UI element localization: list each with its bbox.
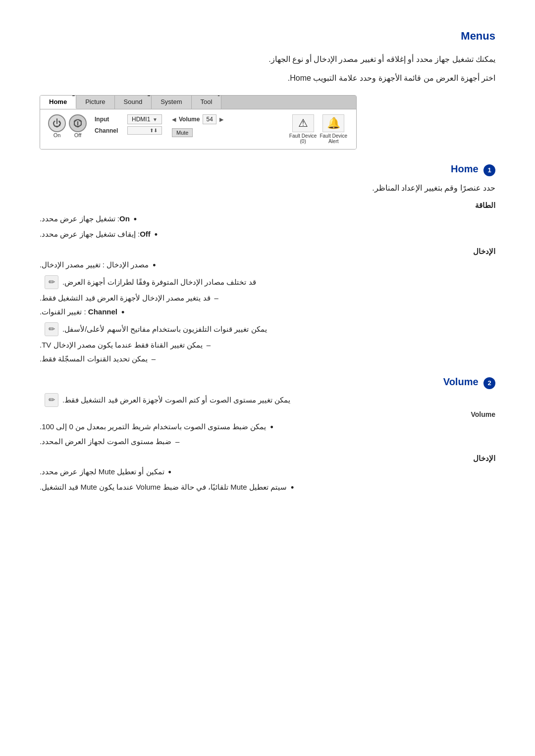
fault-device-0-box: ⚠ Fault Device(0): [289, 114, 317, 144]
off-bullet: Off: إيقاف تشغيل جهاز عرض محدد.: [40, 227, 481, 243]
tab-num-sound: 2: [148, 95, 151, 97]
on-desc-text: On: تشغيل جهاز عرض محدد.: [40, 212, 130, 226]
mute-row: Mute: [172, 128, 223, 137]
on-label: On: [54, 132, 61, 138]
channel-arrow: ⬆⬇: [150, 128, 158, 133]
input-value-text: HDMI1: [132, 116, 150, 123]
mute-bullet-2-text: سيتم تعطيل Mute تلقائيًا، في حالة ضبط Vo…: [40, 480, 287, 495]
off-label: Off: [74, 132, 81, 138]
channel-note1-text: يمكن تغيير قنوات التلفزيون باستخدام مفات…: [62, 325, 267, 334]
mute-button[interactable]: Mute: [172, 128, 193, 137]
fault-device-alert-box: 🔔 Fault DeviceAlert: [320, 114, 347, 144]
volume-num: 54: [203, 114, 216, 124]
channel-row: Channel ⬆⬇: [95, 126, 162, 135]
tab-system[interactable]: System: [152, 96, 191, 109]
intro-line2: اختر أجهزة العرض من قائمة الأجهزة وحدد ع…: [40, 70, 495, 86]
channel-value[interactable]: ⬆⬇: [127, 126, 162, 135]
input-channel-col: Input HDMI1 ▼ Channel ⬆⬇: [95, 112, 162, 137]
channel-sub-text-1: يمكن تغيير القناة فقط عندما يكون مصدر ال…: [40, 338, 203, 353]
home-title: Home: [451, 163, 479, 175]
input-row: Input HDMI1 ▼: [95, 114, 162, 124]
tab-sound[interactable]: Sound 2: [115, 96, 152, 109]
fault-icons-col: ⚠ Fault Device(0) 🔔 Fault DeviceAlert: [285, 112, 351, 146]
volume-note-row: يمكن تغيير مستوى الصوت أو كتم الصوت لأجه…: [40, 393, 495, 407]
fault-device-alert-label: Fault DeviceAlert: [320, 133, 347, 144]
volume-col: ◀ Volume 54 ▶ Mute: [172, 112, 223, 139]
tab-num-tool: 3: [217, 95, 220, 97]
tab-tool[interactable]: Tool 3: [192, 96, 222, 109]
on-bullet: On: تشغيل جهاز عرض محدد.: [40, 212, 481, 227]
power-on-button[interactable]: ⏻: [48, 114, 66, 132]
page-title: Menus: [40, 30, 495, 43]
volume-sub-text: ضبط مستوى الصوت لجهاز العرض المحدد.: [40, 435, 171, 449]
input-source-text: مصدر الإدخال : تغيير مصدر الإدخال.: [40, 258, 149, 272]
volume-section-header: Volume 2: [40, 376, 495, 389]
tab-home[interactable]: Home 1: [40, 96, 76, 109]
fault-device-alert-icon: 🔔: [322, 114, 344, 132]
channel-label: Channel: [95, 127, 124, 134]
input-value[interactable]: HDMI1 ▼: [127, 114, 162, 124]
tab-picture[interactable]: Picture: [76, 96, 114, 109]
channel-bullet-text: Channel : تغيير القنوات.: [40, 305, 117, 319]
volume-label: Volume: [179, 116, 200, 123]
volume-bullet-1: يمكن ضبط مستوى الصوت باستخدام شريط التمر…: [40, 420, 481, 435]
volume-input-title: الإدخال: [40, 454, 495, 463]
menu-body: ⏻ On ⏼ Off Input HDMI1 ▼ Channel: [40, 109, 356, 149]
volume-word-row: Volume: [40, 410, 495, 419]
menu-tabs: Home 1 Picture Sound 2 System Tool 3: [40, 96, 356, 109]
volume-bullet-1-text: يمكن ضبط مستوى الصوت باستخدام شريط التمر…: [40, 420, 266, 434]
channel-sub-text-2: يمكن تحديد القنوات المسجّلة فقط.: [40, 352, 148, 366]
mute-bullet-2: سيتم تعطيل Mute تلقائيًا، في حالة ضبط Vo…: [40, 480, 481, 496]
device-icons-col: ⏻ On ⏼ Off: [45, 112, 90, 140]
note-row-2: يمكن تغيير قنوات التلفزيون باستخدام مفات…: [40, 322, 495, 336]
input-title: الإدخال: [40, 247, 495, 256]
power-off-button[interactable]: ⏼: [69, 114, 87, 132]
input-sub-text: قد يتغير مصدر الإدخال لأجهزة العرض قيد ا…: [40, 291, 211, 305]
tab-num-1: 1: [72, 95, 75, 97]
pencil-icon-1: ✏: [45, 275, 58, 289]
mute-bullet-1: تمكين أو تعطيل Mute لجهاز عرض محدد.: [40, 465, 481, 480]
intro-line1: يمكنك تشغيل جهاز محدد أو إغلاقه أو تغيير…: [40, 51, 495, 67]
off-desc-text: Off: إيقاف تشغيل جهاز عرض محدد.: [40, 227, 151, 242]
home-desc: حدد عنصرًا وقم بتغيير الإعداد المناظر.: [40, 180, 495, 196]
power-title: الطاقة: [40, 201, 495, 210]
channel-sub-bullet-1: يمكن تغيير القناة فقط عندما يكون مصدر ال…: [40, 338, 466, 353]
home-section-header: Home 1: [40, 163, 495, 176]
fault-device-0-label: Fault Device(0): [289, 133, 317, 144]
volume-sub-bullet: ضبط مستوى الصوت لجهاز العرض المحدد.: [40, 435, 466, 449]
note-row-1: قد تختلف مصادر الإدخال المتوفرة وفقًا لط…: [40, 275, 495, 289]
volume-row: ◀ Volume 54 ▶: [172, 114, 223, 124]
channel-sub-bullet-2: يمكن تحديد القنوات المسجّلة فقط.: [40, 352, 466, 366]
note1-text: قد تختلف مصادر الإدخال المتوفرة وفقًا لط…: [62, 278, 256, 287]
channel-bullet: Channel : تغيير القنوات.: [40, 305, 481, 320]
input-source-bullet: مصدر الإدخال : تغيير مصدر الإدخال.: [40, 258, 481, 273]
input-label: Input: [95, 116, 124, 123]
pencil-icon-2: ✏: [45, 322, 58, 336]
fault-device-0-icon: ⚠: [292, 114, 314, 132]
home-badge: 1: [483, 164, 495, 176]
volume-word-label: Volume: [471, 410, 495, 418]
pencil-icon-3: ✏: [45, 393, 58, 407]
volume-badge: 2: [483, 377, 495, 389]
input-sub-bullet: قد يتغير مصدر الإدخال لأجهزة العرض قيد ا…: [40, 291, 466, 305]
input-arrow: ▼: [153, 117, 158, 122]
menu-bar: Home 1 Picture Sound 2 System Tool 3 ⏻ O…: [40, 95, 357, 150]
mute-bullet-1-text: تمكين أو تعطيل Mute لجهاز عرض محدد.: [40, 465, 164, 479]
volume-title: Volume: [443, 376, 479, 388]
volume-note-text: يمكن تغيير مستوى الصوت أو كتم الصوت لأجه…: [62, 396, 290, 404]
